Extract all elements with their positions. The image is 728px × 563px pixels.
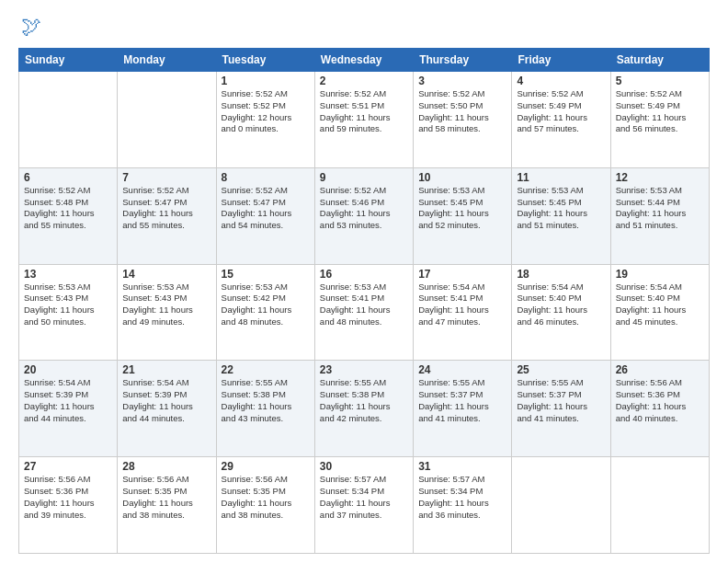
day-number: 13: [24, 268, 112, 281]
day-number: 7: [122, 171, 210, 184]
weekday-header-row: SundayMondayTuesdayWednesdayThursdayFrid…: [19, 49, 710, 72]
calendar-cell: [118, 72, 216, 168]
day-number: 2: [320, 75, 408, 87]
day-number: 1: [222, 75, 310, 87]
day-number: 27: [24, 460, 112, 473]
calendar-cell: 1Sunrise: 5:52 AM Sunset: 5:52 PM Daylig…: [216, 72, 314, 168]
weekday-header-sunday: Sunday: [19, 49, 118, 72]
cell-info: Sunrise: 5:54 AM Sunset: 5:39 PM Dayligh…: [24, 377, 112, 424]
day-number: 12: [616, 171, 704, 184]
logo: 🕊: [18, 15, 41, 39]
calendar-cell: 8Sunrise: 5:52 AM Sunset: 5:47 PM Daylig…: [216, 167, 314, 264]
week-row-3: 13Sunrise: 5:53 AM Sunset: 5:43 PM Dayli…: [19, 264, 710, 361]
calendar-cell: 5Sunrise: 5:52 AM Sunset: 5:49 PM Daylig…: [610, 72, 709, 168]
calendar-cell: 11Sunrise: 5:53 AM Sunset: 5:45 PM Dayli…: [512, 167, 610, 264]
cell-info: Sunrise: 5:54 AM Sunset: 5:41 PM Dayligh…: [418, 282, 506, 328]
day-number: 15: [222, 268, 310, 281]
weekday-header-saturday: Saturday: [610, 49, 709, 72]
cell-info: Sunrise: 5:56 AM Sunset: 5:35 PM Dayligh…: [222, 474, 310, 521]
calendar-cell: 12Sunrise: 5:53 AM Sunset: 5:44 PM Dayli…: [610, 167, 709, 264]
calendar-cell: 6Sunrise: 5:52 AM Sunset: 5:48 PM Daylig…: [19, 167, 118, 264]
cell-info: Sunrise: 5:52 AM Sunset: 5:51 PM Dayligh…: [320, 88, 408, 135]
cell-info: Sunrise: 5:53 AM Sunset: 5:42 PM Dayligh…: [222, 282, 310, 328]
calendar-cell: 22Sunrise: 5:55 AM Sunset: 5:38 PM Dayli…: [216, 361, 314, 457]
day-number: 21: [122, 363, 210, 376]
cell-info: Sunrise: 5:52 AM Sunset: 5:52 PM Dayligh…: [222, 88, 310, 135]
calendar-cell: 30Sunrise: 5:57 AM Sunset: 5:34 PM Dayli…: [314, 457, 413, 554]
calendar-cell: 28Sunrise: 5:56 AM Sunset: 5:35 PM Dayli…: [118, 457, 216, 554]
day-number: 31: [418, 460, 506, 473]
cell-info: Sunrise: 5:55 AM Sunset: 5:37 PM Dayligh…: [418, 377, 506, 424]
calendar-cell: 10Sunrise: 5:53 AM Sunset: 5:45 PM Dayli…: [414, 167, 512, 264]
day-number: 26: [616, 363, 704, 376]
calendar-cell: 16Sunrise: 5:53 AM Sunset: 5:41 PM Dayli…: [314, 264, 413, 361]
week-row-4: 20Sunrise: 5:54 AM Sunset: 5:39 PM Dayli…: [19, 361, 710, 457]
cell-info: Sunrise: 5:53 AM Sunset: 5:43 PM Dayligh…: [122, 282, 210, 328]
weekday-header-wednesday: Wednesday: [314, 49, 413, 72]
calendar-cell: 15Sunrise: 5:53 AM Sunset: 5:42 PM Dayli…: [216, 264, 314, 361]
cell-info: Sunrise: 5:52 AM Sunset: 5:47 PM Dayligh…: [222, 185, 310, 232]
cell-info: Sunrise: 5:53 AM Sunset: 5:45 PM Dayligh…: [418, 185, 506, 232]
calendar-cell: 26Sunrise: 5:56 AM Sunset: 5:36 PM Dayli…: [610, 361, 709, 457]
cell-info: Sunrise: 5:53 AM Sunset: 5:41 PM Dayligh…: [320, 282, 408, 328]
cell-info: Sunrise: 5:53 AM Sunset: 5:43 PM Dayligh…: [24, 282, 112, 328]
day-number: 29: [222, 460, 310, 473]
day-number: 5: [616, 75, 704, 87]
weekday-header-monday: Monday: [118, 49, 216, 72]
cell-info: Sunrise: 5:56 AM Sunset: 5:36 PM Dayligh…: [24, 474, 112, 521]
day-number: 30: [320, 460, 408, 473]
calendar-cell: 23Sunrise: 5:55 AM Sunset: 5:38 PM Dayli…: [314, 361, 413, 457]
day-number: 18: [517, 268, 605, 281]
day-number: 17: [418, 268, 506, 281]
calendar-cell: 20Sunrise: 5:54 AM Sunset: 5:39 PM Dayli…: [19, 361, 118, 457]
calendar-cell: 27Sunrise: 5:56 AM Sunset: 5:36 PM Dayli…: [19, 457, 118, 554]
cell-info: Sunrise: 5:55 AM Sunset: 5:38 PM Dayligh…: [222, 377, 310, 424]
cell-info: Sunrise: 5:53 AM Sunset: 5:45 PM Dayligh…: [517, 185, 605, 232]
calendar-cell: 29Sunrise: 5:56 AM Sunset: 5:35 PM Dayli…: [216, 457, 314, 554]
cell-info: Sunrise: 5:52 AM Sunset: 5:47 PM Dayligh…: [122, 185, 210, 232]
day-number: 11: [517, 171, 605, 184]
calendar-cell: [19, 72, 118, 168]
cell-info: Sunrise: 5:52 AM Sunset: 5:46 PM Dayligh…: [320, 185, 408, 232]
calendar-cell: 3Sunrise: 5:52 AM Sunset: 5:50 PM Daylig…: [414, 72, 512, 168]
week-row-5: 27Sunrise: 5:56 AM Sunset: 5:36 PM Dayli…: [19, 457, 710, 554]
cell-info: Sunrise: 5:55 AM Sunset: 5:38 PM Dayligh…: [320, 377, 408, 424]
cell-info: Sunrise: 5:52 AM Sunset: 5:49 PM Dayligh…: [517, 88, 605, 135]
calendar-cell: 4Sunrise: 5:52 AM Sunset: 5:49 PM Daylig…: [512, 72, 610, 168]
day-number: 14: [122, 268, 210, 281]
calendar-cell: 19Sunrise: 5:54 AM Sunset: 5:40 PM Dayli…: [610, 264, 709, 361]
day-number: 9: [320, 171, 408, 184]
day-number: 3: [418, 75, 506, 87]
cell-info: Sunrise: 5:55 AM Sunset: 5:37 PM Dayligh…: [517, 377, 605, 424]
cell-info: Sunrise: 5:52 AM Sunset: 5:50 PM Dayligh…: [418, 88, 506, 135]
cell-info: Sunrise: 5:52 AM Sunset: 5:49 PM Dayligh…: [616, 88, 704, 135]
calendar-cell: 25Sunrise: 5:55 AM Sunset: 5:37 PM Dayli…: [512, 361, 610, 457]
cell-info: Sunrise: 5:54 AM Sunset: 5:40 PM Dayligh…: [517, 282, 605, 328]
week-row-2: 6Sunrise: 5:52 AM Sunset: 5:48 PM Daylig…: [19, 167, 710, 264]
weekday-header-thursday: Thursday: [414, 49, 512, 72]
calendar-cell: 2Sunrise: 5:52 AM Sunset: 5:51 PM Daylig…: [314, 72, 413, 168]
cell-info: Sunrise: 5:52 AM Sunset: 5:48 PM Dayligh…: [24, 185, 112, 232]
cell-info: Sunrise: 5:56 AM Sunset: 5:35 PM Dayligh…: [122, 474, 210, 521]
calendar-table: SundayMondayTuesdayWednesdayThursdayFrid…: [18, 48, 710, 554]
weekday-header-tuesday: Tuesday: [216, 49, 314, 72]
calendar-cell: 7Sunrise: 5:52 AM Sunset: 5:47 PM Daylig…: [118, 167, 216, 264]
day-number: 20: [24, 363, 112, 376]
cell-info: Sunrise: 5:57 AM Sunset: 5:34 PM Dayligh…: [418, 474, 506, 521]
header: 🕊: [18, 15, 710, 39]
day-number: 10: [418, 171, 506, 184]
calendar-cell: 31Sunrise: 5:57 AM Sunset: 5:34 PM Dayli…: [414, 457, 512, 554]
day-number: 8: [222, 171, 310, 184]
cell-info: Sunrise: 5:54 AM Sunset: 5:40 PM Dayligh…: [616, 282, 704, 328]
day-number: 6: [24, 171, 112, 184]
weekday-header-friday: Friday: [512, 49, 610, 72]
logo-bird-icon: 🕊: [21, 15, 41, 39]
cell-info: Sunrise: 5:53 AM Sunset: 5:44 PM Dayligh…: [616, 185, 704, 232]
day-number: 4: [517, 75, 605, 87]
day-number: 16: [320, 268, 408, 281]
week-row-1: 1Sunrise: 5:52 AM Sunset: 5:52 PM Daylig…: [19, 72, 710, 168]
calendar-cell: 9Sunrise: 5:52 AM Sunset: 5:46 PM Daylig…: [314, 167, 413, 264]
day-number: 28: [122, 460, 210, 473]
calendar-cell: 14Sunrise: 5:53 AM Sunset: 5:43 PM Dayli…: [118, 264, 216, 361]
calendar-cell: 18Sunrise: 5:54 AM Sunset: 5:40 PM Dayli…: [512, 264, 610, 361]
